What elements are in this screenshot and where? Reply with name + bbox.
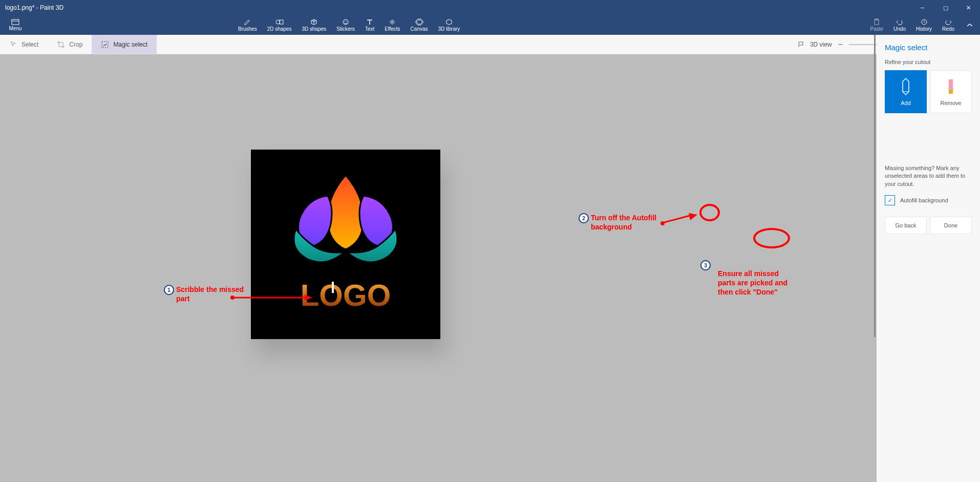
- history-button[interactable]: History: [911, 15, 937, 35]
- annotation-badge-1: 1: [164, 285, 174, 295]
- text-icon: [365, 18, 374, 26]
- paste-button[interactable]: Paste: [865, 15, 888, 35]
- 3d-view-toggle[interactable]: 3D view: [798, 41, 832, 48]
- expand-ribbon-button[interactable]: [960, 15, 980, 35]
- redo-icon: [944, 18, 953, 26]
- arrow-1: [230, 292, 312, 303]
- magic-select-icon: [101, 40, 109, 49]
- svg-line-17: [661, 216, 690, 223]
- svg-point-19: [661, 221, 665, 225]
- svg-rect-11: [102, 41, 108, 48]
- refine-label: Refine your cutout: [885, 59, 972, 65]
- panel-title: Magic select: [885, 43, 972, 52]
- chevron-up-icon: [966, 23, 973, 28]
- zoom-out-button[interactable]: −: [838, 40, 843, 49]
- annotation-3-text: Ensure all missed parts are picked and t…: [718, 269, 790, 297]
- done-button[interactable]: Done: [930, 217, 972, 234]
- brush-icon: [243, 18, 252, 26]
- shapes3d-icon: [309, 18, 318, 26]
- window-controls: ─ ▢ ✕: [911, 0, 980, 15]
- select-button[interactable]: Select: [0, 35, 48, 54]
- 3d-library-tool[interactable]: 3D library: [433, 15, 465, 35]
- add-tool-button[interactable]: Add: [885, 70, 927, 113]
- canvas-workspace[interactable]: LOGO 1 Scribble the missed part 2 Turn o…: [0, 54, 877, 482]
- close-button[interactable]: ✕: [957, 0, 980, 15]
- magic-select-button[interactable]: Magic select: [92, 35, 157, 54]
- svg-rect-7: [417, 20, 422, 24]
- stickers-tool[interactable]: Stickers: [331, 15, 360, 35]
- text-tool[interactable]: Text: [360, 15, 379, 35]
- effects-icon: [388, 18, 397, 26]
- magic-select-panel: Magic select Refine your cutout Add Remo…: [877, 35, 980, 482]
- sub-toolbar: Select Crop Magic select 3D view − + 200…: [0, 35, 980, 54]
- canvas-image[interactable]: LOGO: [251, 150, 440, 339]
- svg-marker-15: [305, 295, 312, 301]
- canvas-icon: [415, 18, 424, 26]
- highlight-circle-autofill: [699, 204, 720, 221]
- sticker-icon: [341, 18, 350, 26]
- annotation-3: 3: [700, 260, 711, 270]
- window-title: logo1.png* - Paint 3D: [5, 4, 63, 11]
- library3d-icon: [444, 18, 454, 26]
- autofill-checkbox-row[interactable]: ✓ Autofill background: [885, 195, 972, 205]
- svg-point-4: [344, 20, 345, 21]
- pencil-add-icon: [899, 77, 912, 96]
- svg-text:LOGO: LOGO: [301, 278, 391, 312]
- scrollbar[interactable]: [874, 35, 876, 337]
- minimize-button[interactable]: ─: [911, 0, 934, 15]
- svg-marker-18: [689, 213, 697, 220]
- annotation-badge-3: 3: [700, 260, 711, 270]
- undo-icon: [895, 18, 904, 26]
- svg-point-5: [346, 20, 347, 21]
- titlebar: logo1.png* - Paint 3D ─ ▢ ✕: [0, 0, 980, 15]
- svg-rect-22: [948, 88, 953, 90]
- menu-button[interactable]: Menu: [0, 15, 31, 35]
- annotation-2: 2 Turn off the Autofill background: [579, 213, 663, 232]
- autofill-checkbox[interactable]: ✓: [885, 195, 895, 205]
- remove-tool-button[interactable]: Remove: [930, 70, 972, 113]
- 3d-shapes-tool[interactable]: 3D shapes: [297, 15, 332, 35]
- crop-icon: [57, 40, 65, 49]
- undo-button[interactable]: Undo: [888, 15, 911, 35]
- eraser-icon: [944, 77, 957, 96]
- file-icon: [11, 19, 19, 25]
- history-icon: [920, 18, 929, 26]
- paste-icon: [872, 18, 881, 26]
- cursor-icon: [9, 40, 17, 49]
- annotation-badge-2: 2: [579, 213, 589, 223]
- svg-rect-0: [12, 19, 19, 25]
- autofill-label: Autofill background: [900, 197, 948, 203]
- 2d-shapes-tool[interactable]: 2D shapes: [262, 15, 297, 35]
- go-back-button[interactable]: Go back: [885, 217, 927, 234]
- logo-artwork: LOGO: [251, 150, 440, 339]
- svg-point-6: [391, 21, 393, 23]
- highlight-circle-done: [753, 228, 790, 248]
- ribbon: Menu Brushes 2D shapes 3D shapes Sticker…: [0, 15, 980, 35]
- help-text: Missing something? Mark any unselected a…: [885, 164, 972, 188]
- svg-point-16: [230, 296, 235, 300]
- menu-label: Menu: [9, 26, 22, 31]
- redo-button[interactable]: Redo: [937, 15, 960, 35]
- effects-tool[interactable]: Effects: [379, 15, 405, 35]
- flag-icon: [798, 41, 806, 48]
- brushes-tool[interactable]: Brushes: [233, 15, 262, 35]
- canvas-tool[interactable]: Canvas: [406, 15, 433, 35]
- svg-rect-20: [949, 79, 953, 89]
- shapes2d-icon: [275, 18, 284, 26]
- crop-button[interactable]: Crop: [48, 35, 92, 54]
- arrow-2: [661, 213, 697, 228]
- maximize-button[interactable]: ▢: [934, 0, 957, 15]
- svg-rect-13: [332, 282, 334, 293]
